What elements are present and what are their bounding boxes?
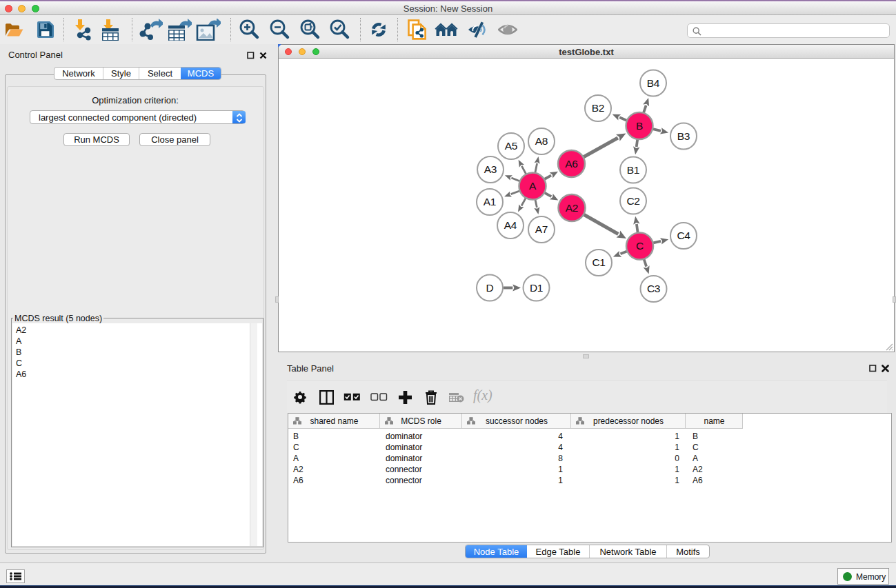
svg-text:A8: A8 (535, 135, 548, 147)
svg-text:B: B (636, 120, 643, 132)
svg-text:A: A (529, 180, 537, 192)
svg-text:A7: A7 (535, 223, 548, 235)
svg-text:A5: A5 (505, 140, 517, 152)
svg-text:A3: A3 (484, 163, 497, 175)
svg-text:B2: B2 (592, 102, 604, 114)
svg-text:B3: B3 (677, 130, 690, 142)
svg-text:C: C (636, 240, 644, 252)
svg-text:C4: C4 (677, 230, 690, 241)
svg-text:D: D (486, 282, 494, 294)
svg-text:C2: C2 (626, 195, 639, 207)
svg-text:B1: B1 (627, 164, 639, 176)
svg-text:A1: A1 (484, 196, 496, 207)
svg-text:A2: A2 (566, 202, 578, 214)
svg-text:C3: C3 (647, 283, 660, 294)
svg-text:B4: B4 (647, 77, 660, 89)
svg-text:C1: C1 (592, 256, 605, 268)
svg-text:D1: D1 (530, 282, 543, 294)
svg-text:A4: A4 (504, 219, 517, 231)
svg-text:A6: A6 (565, 158, 577, 170)
